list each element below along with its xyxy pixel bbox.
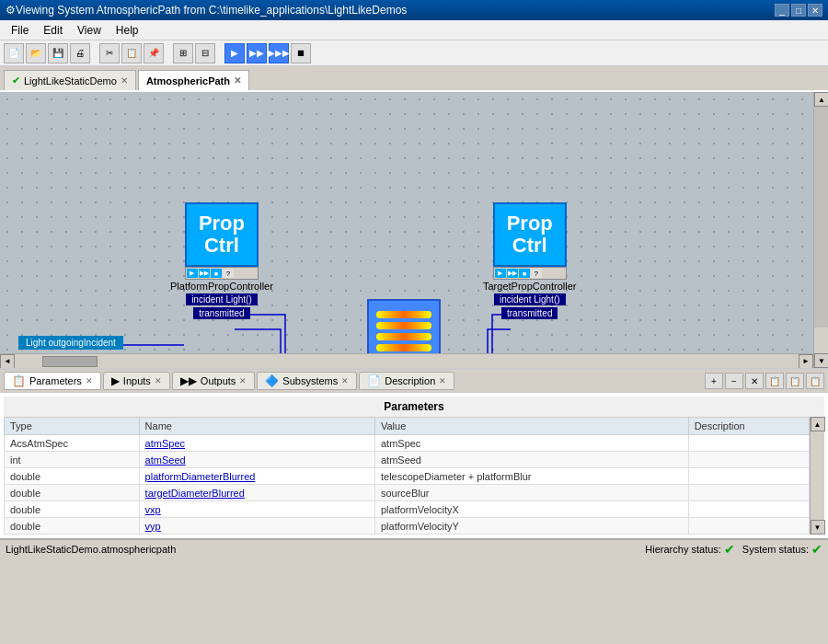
- copy-button[interactable]: 📋: [121, 43, 142, 63]
- subsystems-close[interactable]: ✕: [341, 376, 349, 385]
- menubar: File Edit View Help: [0, 20, 828, 40]
- params-scroll-up[interactable]: ▲: [811, 417, 825, 431]
- new-button[interactable]: 📄: [4, 43, 24, 63]
- zoom-fit-button[interactable]: ⊞: [173, 43, 193, 63]
- outgoing-incident-label: Light outgoingIncident: [18, 336, 123, 350]
- close-button[interactable]: ✕: [808, 4, 822, 17]
- panel-add-btn[interactable]: +: [705, 373, 723, 389]
- target-ctrl-run[interactable]: ▶: [495, 269, 506, 278]
- tab-subsystems[interactable]: 🔷 Subsystems ✕: [257, 372, 357, 390]
- outputs-close[interactable]: ✕: [239, 376, 247, 385]
- canvas-vscrollbar[interactable]: ▲ ▼: [813, 92, 828, 368]
- table-row[interactable]: double vxp platformVelocityX: [5, 501, 810, 518]
- canvas-hscrollbar[interactable]: ◄ ►: [0, 353, 813, 368]
- tab-lightlikestaticdem[interactable]: ✔ LightLikeStaticDemo ✕: [4, 70, 136, 90]
- table-row[interactable]: double vyp platformVelocityY: [5, 518, 810, 535]
- scroll-right[interactable]: ►: [799, 354, 813, 369]
- stop-button[interactable]: ⏹: [291, 43, 311, 63]
- platform-prop-controller-node: PropCtrl ▶ ▶▶ ■ ? PlatformPropController…: [170, 202, 273, 319]
- zoom-button[interactable]: ⊟: [195, 43, 215, 63]
- name-cell[interactable]: targetDiameterBlurred: [139, 485, 374, 501]
- platform-ctrl-box[interactable]: PropCtrl: [185, 202, 259, 267]
- platform-ctrl-name: PlatformPropController: [170, 281, 273, 292]
- value-cell: atmSpec: [374, 435, 688, 452]
- name-cell[interactable]: vxp: [139, 501, 374, 518]
- name-cell[interactable]: atmSeed: [139, 452, 374, 468]
- tab-inputs[interactable]: ▶ Inputs ✕: [103, 372, 170, 390]
- atmosphere-waves: [373, 307, 435, 355]
- save-button[interactable]: 💾: [48, 43, 68, 63]
- desc-cell: [688, 435, 809, 452]
- desc-cell: [688, 468, 809, 485]
- platform-ctrl-run[interactable]: ▶: [187, 269, 198, 278]
- panel-copy-btn2[interactable]: 📋: [786, 373, 804, 389]
- target-ctrl-help[interactable]: ?: [531, 269, 542, 278]
- run-button1[interactable]: ▶: [224, 43, 245, 63]
- target-ctrl-stop[interactable]: ■: [519, 269, 530, 278]
- run-button2[interactable]: ▶▶: [247, 43, 267, 63]
- panel-controls: + − ✕ 📋 📋 📋: [705, 373, 824, 389]
- menu-view[interactable]: View: [70, 22, 109, 39]
- table-row[interactable]: double platformDiameterBlurred telescope…: [5, 468, 810, 485]
- target-ctrl-name: TargetPropController: [483, 281, 577, 292]
- params-close[interactable]: ✕: [86, 376, 93, 385]
- params-scroll-down[interactable]: ▼: [811, 520, 825, 535]
- scroll-down[interactable]: ▼: [814, 353, 828, 368]
- menu-file[interactable]: File: [4, 22, 36, 39]
- panel-copy-btn1[interactable]: 📋: [765, 373, 784, 389]
- maximize-button[interactable]: □: [791, 4, 806, 17]
- tab-outputs[interactable]: ▶▶ Outputs ✕: [172, 372, 256, 390]
- table-row[interactable]: AcsAtmSpec atmSpec atmSpec: [5, 435, 810, 452]
- open-button[interactable]: 📂: [26, 43, 46, 63]
- desc-cell: [688, 485, 809, 501]
- wave-line-4: [376, 344, 431, 351]
- menu-edit[interactable]: Edit: [36, 22, 70, 39]
- hscroll-thumb[interactable]: [42, 356, 98, 367]
- paste-button[interactable]: 📌: [144, 43, 164, 63]
- target-ctrl-label: PropCtrl: [507, 213, 553, 257]
- tab-close-icon[interactable]: ✕: [121, 75, 128, 86]
- tab-parameters[interactable]: 📋 Parameters ✕: [4, 372, 101, 390]
- print-button[interactable]: 🖨: [70, 43, 90, 63]
- platform-incident-port: incident Light(): [186, 293, 258, 305]
- minimize-button[interactable]: _: [775, 4, 789, 17]
- menu-help[interactable]: Help: [109, 22, 146, 39]
- params-icon: 📋: [12, 374, 26, 387]
- system-check-icon: ✔: [811, 542, 822, 557]
- target-ctrl-toolbar: ▶ ▶▶ ■ ?: [493, 267, 567, 280]
- panel-minus-btn[interactable]: −: [725, 373, 743, 389]
- platform-ctrl-help[interactable]: ?: [223, 269, 234, 278]
- target-ctrl-step[interactable]: ▶▶: [507, 269, 518, 278]
- table-row[interactable]: double targetDiameterBlurred sourceBlur: [5, 485, 810, 501]
- col-name: Name: [139, 418, 374, 435]
- outputs-label: Outputs: [201, 375, 236, 386]
- type-cell: int: [5, 452, 140, 468]
- tab-close-icon-active[interactable]: ✕: [234, 75, 241, 86]
- wave-line-2: [376, 322, 431, 329]
- canvas-area[interactable]: PropCtrl ▶ ▶▶ ■ ? PlatformPropController…: [0, 92, 828, 368]
- col-type: Type: [5, 418, 140, 435]
- desc-cell: [688, 452, 809, 468]
- table-row[interactable]: int atmSeed atmSeed: [5, 452, 810, 468]
- tab-description[interactable]: 📄 Description ✕: [359, 372, 454, 390]
- name-cell[interactable]: platformDiameterBlurred: [139, 468, 374, 485]
- inputs-close[interactable]: ✕: [155, 376, 162, 385]
- outputs-icon: ▶▶: [180, 374, 197, 387]
- tab-atmosphericpath[interactable]: AtmosphericPath ✕: [138, 70, 249, 90]
- name-cell[interactable]: atmSpec: [139, 435, 374, 452]
- target-ctrl-box[interactable]: PropCtrl: [493, 202, 567, 267]
- name-cell[interactable]: vyp: [139, 518, 374, 535]
- platform-ctrl-step[interactable]: ▶▶: [199, 269, 210, 278]
- description-close[interactable]: ✕: [439, 376, 446, 385]
- run-button3[interactable]: ▶▶▶: [269, 43, 289, 63]
- value-cell: platformVelocityY: [374, 518, 688, 535]
- cut-button[interactable]: ✂: [99, 43, 120, 63]
- platform-ctrl-stop[interactable]: ■: [211, 269, 222, 278]
- target-prop-controller-node: PropCtrl ▶ ▶▶ ■ ? TargetPropController i…: [483, 202, 577, 319]
- scroll-up[interactable]: ▲: [814, 92, 828, 107]
- scroll-left[interactable]: ◄: [0, 354, 15, 369]
- tab-label-active: AtmosphericPath: [146, 75, 230, 86]
- description-icon: 📄: [367, 374, 381, 387]
- panel-copy-btn3[interactable]: 📋: [806, 373, 824, 389]
- panel-delete-btn[interactable]: ✕: [745, 373, 764, 389]
